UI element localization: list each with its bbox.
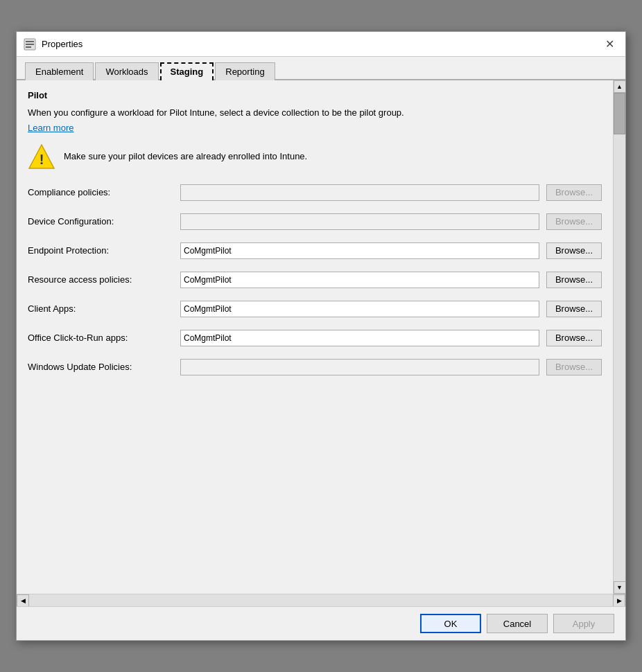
svg-rect-2 (26, 44, 34, 45)
dialog-title: Properties (42, 39, 83, 49)
scroll-right-arrow[interactable]: ▶ (613, 594, 625, 607)
learn-more-link[interactable]: Learn more (28, 123, 73, 133)
browse-compliance: Browse... (546, 184, 602, 201)
apply-button: Apply (553, 614, 614, 633)
tabs-row: Enablement Workloads Staging Reporting (17, 57, 625, 80)
field-row-compliance: Compliance policies: Browse... (28, 184, 602, 201)
tab-workloads[interactable]: Workloads (95, 62, 158, 80)
field-row-office: Office Click-to-Run apps: Browse... (28, 330, 602, 346)
scroll-content: Pilot When you configure a workload for … (17, 80, 613, 594)
field-row-endpoint: Endpoint Protection: Browse... (28, 242, 602, 259)
hscroll-track (29, 594, 613, 606)
browse-office[interactable]: Browse... (546, 330, 602, 346)
browse-device-config: Browse... (546, 213, 602, 230)
content-area: Pilot When you configure a workload for … (17, 80, 625, 594)
warning-box: ! Make sure your pilot devices are alrea… (28, 143, 602, 170)
close-button[interactable]: ✕ (600, 35, 618, 53)
svg-rect-1 (26, 41, 34, 42)
label-compliance: Compliance policies: (28, 187, 180, 197)
field-row-client-apps: Client Apps: Browse... (28, 301, 602, 317)
description-text: When you configure a workload for Pilot … (28, 106, 602, 120)
browse-endpoint[interactable]: Browse... (546, 242, 602, 259)
svg-rect-3 (26, 46, 31, 48)
svg-text:!: ! (40, 152, 44, 167)
field-row-windows-update: Windows Update Policies: Browse... (28, 359, 602, 375)
scroll-up-arrow[interactable]: ▲ (614, 80, 626, 93)
field-row-device-config: Device Configuration: Browse... (28, 213, 602, 230)
warning-icon: ! (28, 143, 55, 170)
ok-button[interactable]: OK (420, 614, 481, 633)
button-row: OK Cancel Apply (17, 606, 625, 640)
tab-reporting[interactable]: Reporting (215, 62, 275, 80)
label-endpoint: Endpoint Protection: (28, 245, 180, 256)
cancel-button[interactable]: Cancel (487, 614, 548, 633)
input-device-config[interactable] (180, 213, 539, 230)
scroll-track (614, 93, 625, 581)
input-endpoint[interactable] (180, 242, 539, 259)
browse-client-apps[interactable]: Browse... (546, 301, 602, 317)
vertical-scrollbar: ▲ ▼ (613, 80, 625, 594)
section-title: Pilot (28, 90, 602, 100)
label-windows-update: Windows Update Policies: (28, 362, 180, 372)
label-device-config: Device Configuration: (28, 216, 180, 227)
title-bar: Properties ✕ (17, 32, 625, 57)
warning-text: Make sure your pilot devices are already… (64, 151, 307, 161)
tab-enablement[interactable]: Enablement (25, 62, 94, 80)
label-office: Office Click-to-Run apps: (28, 333, 180, 343)
input-office[interactable] (180, 330, 539, 346)
scroll-thumb[interactable] (614, 93, 625, 134)
input-windows-update[interactable] (180, 359, 539, 375)
properties-dialog: Properties ✕ Enablement Workloads Stagin… (16, 31, 626, 641)
label-client-apps: Client Apps: (28, 303, 180, 314)
input-compliance[interactable] (180, 184, 539, 201)
browse-windows-update: Browse... (546, 359, 602, 375)
input-client-apps[interactable] (180, 301, 539, 317)
tab-staging[interactable]: Staging (160, 62, 214, 80)
label-resource: Resource access policies: (28, 274, 180, 285)
browse-resource[interactable]: Browse... (546, 272, 602, 288)
input-resource[interactable] (180, 272, 539, 288)
title-bar-left: Properties (24, 38, 83, 51)
horizontal-scrollbar: ◀ ▶ (17, 594, 625, 606)
properties-icon (24, 38, 36, 51)
scroll-left-arrow[interactable]: ◀ (17, 594, 29, 607)
field-row-resource: Resource access policies: Browse... (28, 272, 602, 288)
scroll-down-arrow[interactable]: ▼ (614, 581, 626, 594)
